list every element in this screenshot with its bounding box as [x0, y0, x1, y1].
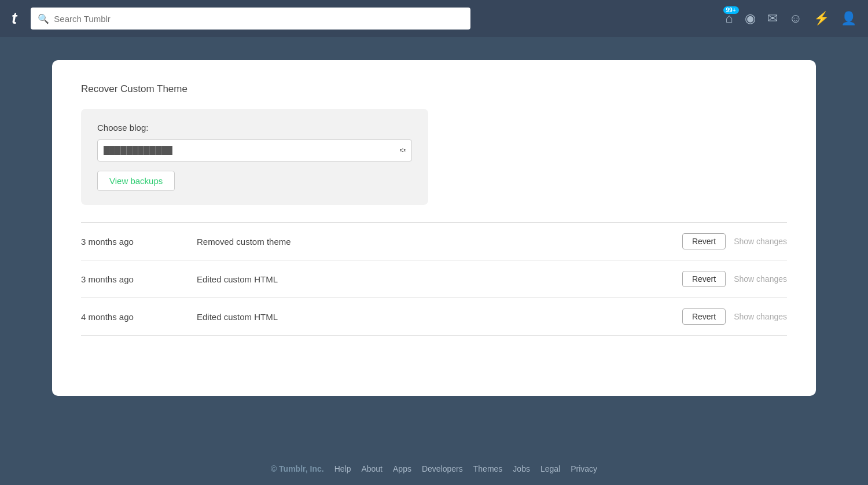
backup-actions: Revert Show changes: [682, 308, 787, 325]
show-changes-link-1[interactable]: Show changes: [734, 274, 787, 284]
table-row: 3 months ago Edited custom HTML Revert S…: [81, 260, 787, 298]
table-row: 3 months ago Removed custom theme Revert…: [81, 223, 787, 260]
view-backups-button[interactable]: View backups: [97, 171, 175, 191]
activity-icon[interactable]: ⚡: [814, 11, 829, 26]
choose-blog-label: Choose blog:: [97, 123, 412, 133]
apps-link[interactable]: Apps: [393, 464, 411, 473]
search-bar[interactable]: 🔍: [31, 8, 470, 30]
backup-time: 3 months ago: [81, 274, 197, 284]
table-row: 4 months ago Edited custom HTML Revert S…: [81, 298, 787, 336]
footer-links: © Tumblr, Inc. Help About Apps Developer…: [0, 464, 868, 473]
card: Recover Custom Theme Choose blog: ██████…: [52, 60, 816, 396]
backup-description: Removed custom theme: [197, 237, 682, 247]
tumblr-logo[interactable]: t: [12, 9, 17, 28]
choose-blog-box: Choose blog: ████████████ View backups: [81, 109, 428, 205]
show-changes-link-0[interactable]: Show changes: [734, 237, 787, 246]
backup-description: Edited custom HTML: [197, 312, 682, 322]
backup-time: 3 months ago: [81, 237, 197, 247]
mail-icon[interactable]: ✉: [767, 11, 778, 26]
backup-list: 3 months ago Removed custom theme Revert…: [81, 222, 787, 336]
backup-actions: Revert Show changes: [682, 271, 787, 287]
notification-badge: 99+: [723, 6, 739, 14]
privacy-link[interactable]: Privacy: [571, 464, 597, 473]
revert-button-1[interactable]: Revert: [682, 271, 726, 287]
main-content: Recover Custom Theme Choose blog: ██████…: [0, 37, 868, 455]
show-changes-link-2[interactable]: Show changes: [734, 312, 787, 321]
developers-link[interactable]: Developers: [422, 464, 463, 473]
header: t 🔍 ⌂ 99+ ◉ ✉ ☺ ⚡ 👤: [0, 0, 868, 37]
explore-icon[interactable]: ◉: [745, 11, 756, 26]
revert-button-2[interactable]: Revert: [682, 308, 726, 325]
header-actions: ⌂ 99+ ◉ ✉ ☺ ⚡ 👤: [725, 11, 856, 26]
footer: © Tumblr, Inc. Help About Apps Developer…: [0, 455, 868, 485]
about-link[interactable]: About: [361, 464, 382, 473]
themes-link[interactable]: Themes: [473, 464, 503, 473]
footer-copyright: © Tumblr, Inc.: [271, 464, 324, 473]
legal-link[interactable]: Legal: [540, 464, 560, 473]
home-icon[interactable]: ⌂ 99+: [725, 11, 733, 26]
backup-description: Edited custom HTML: [197, 274, 682, 284]
account-icon[interactable]: 👤: [841, 11, 856, 26]
smiley-icon[interactable]: ☺: [789, 11, 802, 26]
page-title: Recover Custom Theme: [81, 83, 787, 95]
revert-button-0[interactable]: Revert: [682, 233, 726, 249]
help-link[interactable]: Help: [334, 464, 351, 473]
search-input[interactable]: [54, 14, 464, 24]
backup-time: 4 months ago: [81, 312, 197, 322]
jobs-link[interactable]: Jobs: [513, 464, 530, 473]
blog-select[interactable]: ████████████: [97, 139, 412, 161]
backup-actions: Revert Show changes: [682, 233, 787, 249]
search-icon: 🔍: [38, 13, 49, 24]
